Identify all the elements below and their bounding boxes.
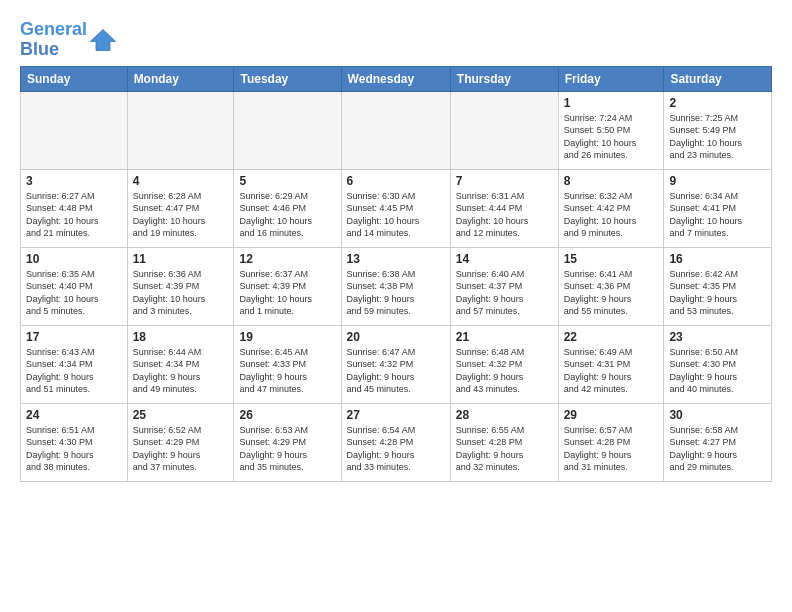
- day-info: Sunrise: 6:36 AM Sunset: 4:39 PM Dayligh…: [133, 268, 229, 318]
- calendar-cell: 8Sunrise: 6:32 AM Sunset: 4:42 PM Daylig…: [558, 169, 664, 247]
- day-info: Sunrise: 6:54 AM Sunset: 4:28 PM Dayligh…: [347, 424, 445, 474]
- day-number: 17: [26, 330, 122, 344]
- calendar-cell: [127, 91, 234, 169]
- calendar-cell: 17Sunrise: 6:43 AM Sunset: 4:34 PM Dayli…: [21, 325, 128, 403]
- calendar-cell: 5Sunrise: 6:29 AM Sunset: 4:46 PM Daylig…: [234, 169, 341, 247]
- day-number: 23: [669, 330, 766, 344]
- calendar-cell: [341, 91, 450, 169]
- logo-text: GeneralBlue: [20, 20, 87, 60]
- svg-marker-0: [90, 29, 115, 50]
- calendar-cell: 4Sunrise: 6:28 AM Sunset: 4:47 PM Daylig…: [127, 169, 234, 247]
- calendar-cell: 10Sunrise: 6:35 AM Sunset: 4:40 PM Dayli…: [21, 247, 128, 325]
- day-info: Sunrise: 6:53 AM Sunset: 4:29 PM Dayligh…: [239, 424, 335, 474]
- day-number: 27: [347, 408, 445, 422]
- calendar-cell: 15Sunrise: 6:41 AM Sunset: 4:36 PM Dayli…: [558, 247, 664, 325]
- calendar-cell: 22Sunrise: 6:49 AM Sunset: 4:31 PM Dayli…: [558, 325, 664, 403]
- day-number: 10: [26, 252, 122, 266]
- calendar-cell: 7Sunrise: 6:31 AM Sunset: 4:44 PM Daylig…: [450, 169, 558, 247]
- day-number: 5: [239, 174, 335, 188]
- day-info: Sunrise: 6:28 AM Sunset: 4:47 PM Dayligh…: [133, 190, 229, 240]
- day-number: 20: [347, 330, 445, 344]
- day-number: 13: [347, 252, 445, 266]
- day-number: 14: [456, 252, 553, 266]
- calendar-cell: 23Sunrise: 6:50 AM Sunset: 4:30 PM Dayli…: [664, 325, 772, 403]
- day-number: 29: [564, 408, 659, 422]
- logo: GeneralBlue: [20, 20, 117, 60]
- calendar-cell: 29Sunrise: 6:57 AM Sunset: 4:28 PM Dayli…: [558, 403, 664, 481]
- calendar-cell: [234, 91, 341, 169]
- calendar-cell: 21Sunrise: 6:48 AM Sunset: 4:32 PM Dayli…: [450, 325, 558, 403]
- calendar-cell: 2Sunrise: 7:25 AM Sunset: 5:49 PM Daylig…: [664, 91, 772, 169]
- calendar-table: SundayMondayTuesdayWednesdayThursdayFrid…: [20, 66, 772, 482]
- calendar-cell: 18Sunrise: 6:44 AM Sunset: 4:34 PM Dayli…: [127, 325, 234, 403]
- calendar-cell: 25Sunrise: 6:52 AM Sunset: 4:29 PM Dayli…: [127, 403, 234, 481]
- day-number: 3: [26, 174, 122, 188]
- day-info: Sunrise: 6:31 AM Sunset: 4:44 PM Dayligh…: [456, 190, 553, 240]
- day-number: 1: [564, 96, 659, 110]
- weekday-header: Monday: [127, 66, 234, 91]
- day-info: Sunrise: 6:44 AM Sunset: 4:34 PM Dayligh…: [133, 346, 229, 396]
- day-number: 22: [564, 330, 659, 344]
- calendar-cell: 28Sunrise: 6:55 AM Sunset: 4:28 PM Dayli…: [450, 403, 558, 481]
- calendar-cell: 16Sunrise: 6:42 AM Sunset: 4:35 PM Dayli…: [664, 247, 772, 325]
- day-info: Sunrise: 6:41 AM Sunset: 4:36 PM Dayligh…: [564, 268, 659, 318]
- day-number: 2: [669, 96, 766, 110]
- day-number: 8: [564, 174, 659, 188]
- day-number: 9: [669, 174, 766, 188]
- day-number: 4: [133, 174, 229, 188]
- day-info: Sunrise: 6:47 AM Sunset: 4:32 PM Dayligh…: [347, 346, 445, 396]
- calendar-cell: 12Sunrise: 6:37 AM Sunset: 4:39 PM Dayli…: [234, 247, 341, 325]
- day-info: Sunrise: 6:35 AM Sunset: 4:40 PM Dayligh…: [26, 268, 122, 318]
- week-row: 10Sunrise: 6:35 AM Sunset: 4:40 PM Dayli…: [21, 247, 772, 325]
- calendar-cell: 13Sunrise: 6:38 AM Sunset: 4:38 PM Dayli…: [341, 247, 450, 325]
- day-info: Sunrise: 6:57 AM Sunset: 4:28 PM Dayligh…: [564, 424, 659, 474]
- day-info: Sunrise: 6:49 AM Sunset: 4:31 PM Dayligh…: [564, 346, 659, 396]
- day-number: 25: [133, 408, 229, 422]
- calendar-cell: 11Sunrise: 6:36 AM Sunset: 4:39 PM Dayli…: [127, 247, 234, 325]
- day-info: Sunrise: 6:43 AM Sunset: 4:34 PM Dayligh…: [26, 346, 122, 396]
- weekday-header: Wednesday: [341, 66, 450, 91]
- calendar-cell: 19Sunrise: 6:45 AM Sunset: 4:33 PM Dayli…: [234, 325, 341, 403]
- calendar-cell: 1Sunrise: 7:24 AM Sunset: 5:50 PM Daylig…: [558, 91, 664, 169]
- day-info: Sunrise: 7:25 AM Sunset: 5:49 PM Dayligh…: [669, 112, 766, 162]
- calendar-cell: [450, 91, 558, 169]
- day-info: Sunrise: 6:38 AM Sunset: 4:38 PM Dayligh…: [347, 268, 445, 318]
- day-info: Sunrise: 6:51 AM Sunset: 4:30 PM Dayligh…: [26, 424, 122, 474]
- day-number: 12: [239, 252, 335, 266]
- day-number: 19: [239, 330, 335, 344]
- weekday-header: Saturday: [664, 66, 772, 91]
- day-info: Sunrise: 6:45 AM Sunset: 4:33 PM Dayligh…: [239, 346, 335, 396]
- day-number: 6: [347, 174, 445, 188]
- logo-icon: [89, 26, 117, 54]
- day-info: Sunrise: 6:29 AM Sunset: 4:46 PM Dayligh…: [239, 190, 335, 240]
- day-info: Sunrise: 6:50 AM Sunset: 4:30 PM Dayligh…: [669, 346, 766, 396]
- day-info: Sunrise: 6:52 AM Sunset: 4:29 PM Dayligh…: [133, 424, 229, 474]
- calendar-cell: 30Sunrise: 6:58 AM Sunset: 4:27 PM Dayli…: [664, 403, 772, 481]
- week-row: 3Sunrise: 6:27 AM Sunset: 4:48 PM Daylig…: [21, 169, 772, 247]
- day-info: Sunrise: 6:58 AM Sunset: 4:27 PM Dayligh…: [669, 424, 766, 474]
- day-number: 11: [133, 252, 229, 266]
- calendar-cell: 24Sunrise: 6:51 AM Sunset: 4:30 PM Dayli…: [21, 403, 128, 481]
- day-info: Sunrise: 6:30 AM Sunset: 4:45 PM Dayligh…: [347, 190, 445, 240]
- day-info: Sunrise: 6:55 AM Sunset: 4:28 PM Dayligh…: [456, 424, 553, 474]
- week-row: 17Sunrise: 6:43 AM Sunset: 4:34 PM Dayli…: [21, 325, 772, 403]
- header: GeneralBlue: [20, 16, 772, 60]
- day-info: Sunrise: 6:34 AM Sunset: 4:41 PM Dayligh…: [669, 190, 766, 240]
- page: GeneralBlue SundayMondayTuesdayWednesday…: [0, 0, 792, 492]
- calendar-cell: [21, 91, 128, 169]
- day-info: Sunrise: 6:27 AM Sunset: 4:48 PM Dayligh…: [26, 190, 122, 240]
- day-number: 30: [669, 408, 766, 422]
- day-info: Sunrise: 7:24 AM Sunset: 5:50 PM Dayligh…: [564, 112, 659, 162]
- calendar-cell: 9Sunrise: 6:34 AM Sunset: 4:41 PM Daylig…: [664, 169, 772, 247]
- calendar-header-row: SundayMondayTuesdayWednesdayThursdayFrid…: [21, 66, 772, 91]
- calendar-cell: 20Sunrise: 6:47 AM Sunset: 4:32 PM Dayli…: [341, 325, 450, 403]
- day-number: 18: [133, 330, 229, 344]
- day-number: 28: [456, 408, 553, 422]
- day-number: 16: [669, 252, 766, 266]
- week-row: 24Sunrise: 6:51 AM Sunset: 4:30 PM Dayli…: [21, 403, 772, 481]
- weekday-header: Tuesday: [234, 66, 341, 91]
- calendar-cell: 27Sunrise: 6:54 AM Sunset: 4:28 PM Dayli…: [341, 403, 450, 481]
- day-info: Sunrise: 6:32 AM Sunset: 4:42 PM Dayligh…: [564, 190, 659, 240]
- weekday-header: Friday: [558, 66, 664, 91]
- calendar-cell: 26Sunrise: 6:53 AM Sunset: 4:29 PM Dayli…: [234, 403, 341, 481]
